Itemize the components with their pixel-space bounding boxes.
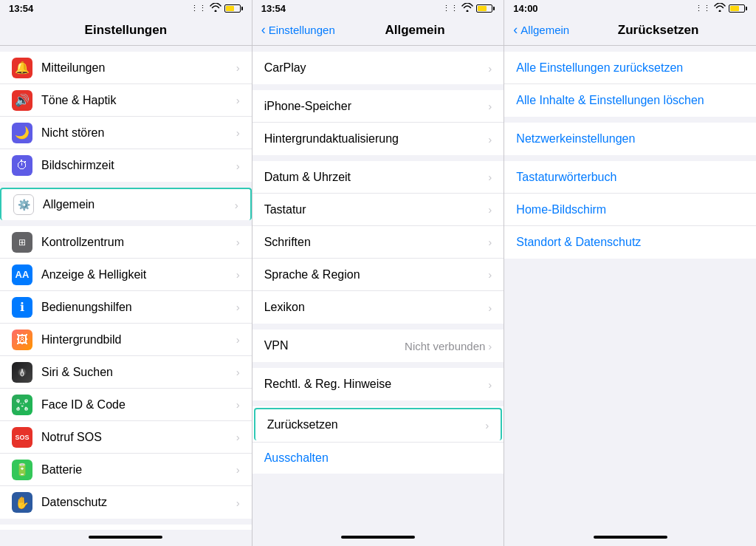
siri-icon <box>12 362 32 383</box>
chevron-anzeige: › <box>236 268 240 281</box>
row-datum[interactable]: Datum & Uhrzeit › <box>252 161 504 194</box>
back-chevron-3: ‹ <box>513 22 518 38</box>
row-mitteilungen[interactable]: 🔔 Mitteilungen › <box>0 52 252 84</box>
alle-inhalte-label: Alle Inhalte & Einstellungen löschen <box>516 94 744 107</box>
back-label-2: Einstellungen <box>269 24 335 36</box>
row-anzeige[interactable]: AA Anzeige & Helligkeit › <box>0 259 252 291</box>
back-button-3[interactable]: ‹ Allgemein <box>513 22 569 38</box>
row-hintergrundbild[interactable]: 🖼 Hintergrundbild › <box>0 324 252 356</box>
chevron-rechtl: › <box>488 378 492 391</box>
carplay-label: CarPlay <box>264 61 489 75</box>
row-faceid[interactable]: Face ID & Code › <box>0 389 252 421</box>
svg-rect-4 <box>25 400 27 402</box>
svg-rect-3 <box>17 400 19 402</box>
bildschirmzeit-icon: ⏱ <box>12 155 32 176</box>
hintergrundbild-label: Hintergrundbild <box>41 333 236 347</box>
row-netzwerk[interactable]: Netzwerkeinstellungen <box>504 123 756 155</box>
chevron-toene: › <box>236 94 240 106</box>
row-batterie[interactable]: 🔋 Batterie › <box>0 454 252 486</box>
row-schriften[interactable]: Schriften › <box>252 226 504 259</box>
tastatur-label: Tastatur <box>264 203 489 216</box>
back-chevron-2: ‹ <box>261 22 266 38</box>
row-vpn[interactable]: VPN Nicht verbunden › <box>252 330 504 362</box>
chevron-sprache: › <box>488 268 492 281</box>
section-rechtl: Rechtl. & Reg. Hinweise › <box>252 368 504 400</box>
status-time-1: 13:54 <box>9 3 33 14</box>
faceid-label: Face ID & Code <box>41 398 236 412</box>
battery-icon-2 <box>476 4 495 13</box>
chevron-bildschirmzeit: › <box>236 160 240 172</box>
row-sprache[interactable]: Sprache & Region › <box>252 259 504 291</box>
section-zuruecksetzen-row: Zurücksetzen › <box>252 406 504 442</box>
sprache-label: Sprache & Region <box>264 268 489 281</box>
panel-einstellungen: 13:54 ⋮⋮ Einstellungen <box>0 0 252 546</box>
row-tastaturwoerterbuch[interactable]: Tastaturwörterbuch <box>504 161 756 194</box>
back-button-2[interactable]: ‹ Einstellungen <box>261 22 335 38</box>
chevron-nichtStoeren: › <box>236 126 240 139</box>
datum-label: Datum & Uhrzeit <box>264 171 489 184</box>
notruf-icon: SOS <box>12 427 32 448</box>
settings-list-3: Alle Einstellungen zurücksetzen Alle Inh… <box>504 46 756 530</box>
home-indicator-3 <box>594 536 667 539</box>
row-rechtl[interactable]: Rechtl. & Reg. Hinweise › <box>252 368 504 400</box>
lexikon-label: Lexikon <box>264 301 489 314</box>
section-itunes: A iTunes & App Store › <box>0 525 252 530</box>
nav-header-2: ‹ Einstellungen Allgemein <box>252 16 504 46</box>
row-itunes[interactable]: A iTunes & App Store › <box>0 525 252 530</box>
panel1-bottom <box>0 530 252 546</box>
row-siri[interactable]: Siri & Suchen › <box>0 356 252 389</box>
chevron-schriften: › <box>488 236 492 248</box>
row-notruf[interactable]: SOS Notruf SOS › <box>0 421 252 454</box>
section-more: ⊞ Kontrollzentrum › AA Anzeige & Helligk… <box>0 226 252 519</box>
panel-allgemein: 13:54 ⋮⋮ ‹ Einstellu <box>252 0 505 546</box>
row-speicher[interactable]: iPhone-Speicher › <box>252 90 504 123</box>
chevron-zuruecksetzen: › <box>485 419 489 431</box>
nav-header-3: ‹ Allgemein Zurücksetzen <box>504 16 756 46</box>
section-carplay: CarPlay › <box>252 52 504 84</box>
row-toene[interactable]: 🔊 Töne & Haptik › <box>0 84 252 117</box>
row-lexikon[interactable]: Lexikon › <box>252 291 504 324</box>
row-allgemein[interactable]: ⚙️ Allgemein › <box>0 188 252 220</box>
zuruecksetzen-label: Zurücksetzen <box>267 418 486 431</box>
row-alle-inhalte[interactable]: Alle Inhalte & Einstellungen löschen <box>504 84 756 117</box>
row-hintergrundaktualisierung[interactable]: Hintergrundaktualisierung › <box>252 123 504 155</box>
ausschalten-link[interactable]: Ausschalten <box>264 451 329 464</box>
vpn-label: VPN <box>264 339 405 352</box>
row-home-bildschirm[interactable]: Home-Bildschirm <box>504 194 756 226</box>
batterie-label: Batterie <box>41 463 236 477</box>
vpn-value: Nicht verbunden <box>405 340 485 352</box>
row-bildschirmzeit[interactable]: ⏱ Bildschirmzeit › <box>0 149 252 182</box>
allgemein-label: Allgemein <box>43 198 235 211</box>
anzeige-icon: AA <box>12 265 32 285</box>
panel2-bottom <box>252 530 504 546</box>
section-datum: Datum & Uhrzeit › Tastatur › Schriften ›… <box>252 161 504 324</box>
row-alle-einstellungen[interactable]: Alle Einstellungen zurücksetzen <box>504 52 756 84</box>
back-label-3: Allgemein <box>520 24 569 36</box>
chevron-vpn: › <box>488 340 492 352</box>
chevron-mitteilungen: › <box>236 61 240 74</box>
panel1-title: Einstellungen <box>9 23 243 38</box>
speicher-label: iPhone-Speicher <box>264 100 489 113</box>
status-time-2: 13:54 <box>261 3 286 14</box>
row-carplay[interactable]: CarPlay › <box>252 52 504 84</box>
chevron-carplay: › <box>488 62 492 75</box>
row-bedienungshilfen[interactable]: ℹ Bedienungshilfen › <box>0 291 252 324</box>
chevron-hintergrundaktualisierung: › <box>488 133 492 146</box>
row-standort[interactable]: Standort & Datenschutz <box>504 226 756 259</box>
status-icons-1: ⋮⋮ <box>190 3 243 13</box>
status-bar-1: 13:54 ⋮⋮ <box>0 0 252 16</box>
row-nichtStoeren[interactable]: 🌙 Nicht stören › <box>0 117 252 149</box>
row-zuruecksetzen[interactable]: Zurücksetzen › <box>254 408 503 440</box>
batterie-icon: 🔋 <box>12 460 32 480</box>
panel2-title: Allgemein <box>335 23 495 38</box>
row-tastatur[interactable]: Tastatur › <box>252 194 504 226</box>
datenschutz-label: Datenschutz <box>41 496 236 509</box>
status-bar-2: 13:54 ⋮⋮ <box>252 0 504 16</box>
battery-icon-3 <box>729 4 747 13</box>
allgemein-icon: ⚙️ <box>13 194 34 215</box>
row-kontrollzentrum[interactable]: ⊞ Kontrollzentrum › <box>0 226 252 259</box>
row-datenschutz[interactable]: ✋ Datenschutz › <box>0 486 252 519</box>
ausschalten-section: Ausschalten <box>252 442 504 474</box>
bildschirmzeit-label: Bildschirmzeit <box>41 159 236 172</box>
status-time-3: 14:00 <box>513 3 537 14</box>
